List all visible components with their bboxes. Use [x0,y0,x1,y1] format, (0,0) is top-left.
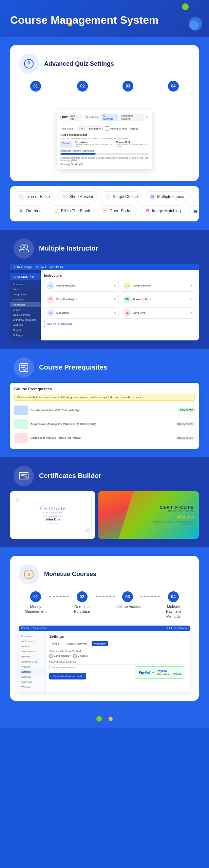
ps-reviews[interactable]: Reviews [19,654,45,659]
tab-quiz-info[interactable]: Quiz Info [68,114,82,121]
svg-point-3 [24,245,27,248]
paypal-radio-row: Bank Transfer E-Check [49,654,187,658]
instructor-name-6: Jane Eyre [133,311,188,314]
instructor-name-1: Fanna Mcowan [56,284,111,287]
paypal-radio-echeck[interactable]: E-Check [73,654,88,658]
prereq-course-1: Creative Nonfiction: Write Truth with St… [31,409,175,412]
time-value[interactable]: 0 [79,126,85,131]
cert-white-inner: ❀ ❀ Certificate of achievement This is t… [14,495,92,535]
cert-heading2: CERTIFICATE [153,505,194,510]
remove-instructor-5[interactable]: ✕ [113,311,116,315]
pill-single-choice[interactable]: ✓ Single Choice [100,191,142,202]
paypal-tab-profile[interactable]: Profile [49,641,62,646]
ps-courses[interactable]: My Courses [19,639,45,644]
sidebar-courses[interactable]: Courses [10,282,41,287]
paypal-topbar: EduPal 👤 Charles Balm ⊕ Add New Finance [19,626,190,631]
retry-desc: Unlimited attempts on each question. Liv… [75,143,113,147]
m-step-2: 02 One-time Purchase [69,591,96,614]
ps-assignments[interactable]: Assignments [19,649,45,654]
pill-short-answer[interactable]: ✎ Short Answer [57,191,98,202]
svg-text:$: $ [27,572,30,577]
step-1: 01 10 question types [22,81,49,103]
sidebar-students[interactable]: Students [10,297,41,302]
cert-color-block [98,491,149,539]
cert-mockup-row: ❀ ❀ Certificate of achievement This is t… [10,491,199,539]
ps-quiz[interactable]: My Quiz [19,644,45,649]
remove-instructor-1[interactable]: ✕ [113,284,116,288]
pill-image-matching[interactable]: 🖼 Image Matching [140,205,185,216]
cert-card-colorful: CERTIFICATE OF ACHIEVEMENT John Due This… [98,491,199,539]
sidebar-qa[interactable]: Q & A [10,307,41,312]
close-icon[interactable]: ✕ [146,115,149,119]
remove-instructor-6[interactable]: ✕ [190,311,193,315]
prereq-item-1: Creative Nonfiction: Write Truth with St… [14,403,195,417]
sidebar-addons[interactable]: Add-ons [10,322,41,328]
single-choice-icon: ✓ [105,194,111,200]
cert-title: Certificates Builder [39,472,101,480]
cert-dots [48,523,58,524]
pill-image-matching-label: Image Matching [152,209,181,213]
prerequisites-icon [18,362,29,373]
paypal-top-right: ⊕ Add New Finance [166,627,188,630]
sidebar-languages[interactable]: Languages [10,292,41,297]
paypal-min-info: PayPal Min withdraw $80.00 [157,669,182,676]
paypal-tab-payroll[interactable]: Payroll Password [64,641,90,646]
ps-wishlist[interactable]: Wishlist [19,664,45,669]
pill-matching[interactable]: ≡ Matching [191,191,199,202]
tab-advanced[interactable]: Advanced Options [119,114,145,121]
instructor-name-3: Flora Paddington [56,298,111,301]
pill-im[interactable]: 📷 Im... [188,205,199,216]
m-step-circle-2: 02 [77,591,88,602]
connector-1 [49,81,69,86]
ps-qa[interactable]: Question & Ans [19,659,45,664]
sidebar-settings[interactable]: Settings [10,333,41,338]
avatar-1: FM [47,282,54,290]
pills-section: ✕ True or False ✎ Short Answer ✓ Single … [10,186,199,221]
normal-mode-item: Normal Mode Show result after the attemp… [116,141,149,147]
sidebar-tags[interactable]: Tags [10,287,41,292]
step-circle-4: 04 [168,81,179,92]
remove-instructor-4[interactable]: ✕ [190,297,193,301]
step-label-2: Results Overview [69,94,96,103]
feedback-desc: Who the question's correct/incorrect or … [60,137,149,140]
monetize-icon-circle: $ [19,564,39,585]
attempts-slider[interactable] [60,153,149,155]
certificate-icon [18,471,29,481]
tab-settings[interactable]: ⚙ Settings [101,114,118,121]
add-more-instructors-button[interactable]: Add more Instructors [44,321,75,327]
m-step-circle-4: 04 [168,591,179,602]
pill-multiple-choice[interactable]: ☑ Multiple choice [145,191,188,202]
pill-open-ended[interactable]: ✏ Open-Ended [97,205,137,216]
sidebar-quiz-attempts[interactable]: Quiz Attempts [10,312,41,317]
remove-instructor-2[interactable]: ✕ [190,284,193,288]
ps-earnings[interactable]: Earnings [19,674,45,679]
ps-withdraw[interactable]: Withdraw [19,685,45,690]
pill-ordering[interactable]: ⇅ Ordering [14,205,46,216]
footer-dot-green [96,716,102,722]
ps-settings[interactable]: Settings [19,669,45,674]
default-mode[interactable]: Default [60,141,72,147]
cert-floral-br: ❀ [85,526,91,534]
m-step-4: 04 Multiple Payment Methods [160,591,187,619]
paypal-settings-title: Settings [49,634,187,638]
sidebar-withdraw[interactable]: Withdraw Requests [10,317,41,322]
paypal-radio-bank[interactable]: Bank Transfer [49,654,71,658]
tab-questions[interactable]: Questions [83,115,100,119]
sidebar-instructors[interactable]: Instructors [10,302,41,307]
ps-dashboard[interactable]: Dashboard [19,634,45,639]
sidebar-report[interactable]: Report [10,328,41,333]
quiz-word: Quiz [60,115,68,119]
ps-statement[interactable]: Statement [19,679,45,685]
pill-true-false[interactable]: ✕ True or False [14,191,54,202]
prerequisites-section: Course Prerequisites Course Prerequisite… [0,349,209,457]
hide-time-checkbox[interactable] [105,126,109,131]
paypal-tab-withdraw[interactable]: Withdraw [92,641,108,646]
paypal-submit-button[interactable]: Save withdraw account! [49,673,86,679]
prereq-thumb-1 [14,406,28,415]
step-label-3: Quiz Overview [116,94,140,98]
pill-fill-blank[interactable]: _ Fill In The Blank [49,205,95,216]
remove-instructor-3[interactable]: ✕ [113,297,116,301]
time-limit-row: Time Limit 0 Minutes ▾ Hide quiz time - … [60,126,149,131]
minutes-select[interactable]: Minutes ▾ [87,126,102,131]
step-3: 03 Quiz Overview [116,81,140,98]
